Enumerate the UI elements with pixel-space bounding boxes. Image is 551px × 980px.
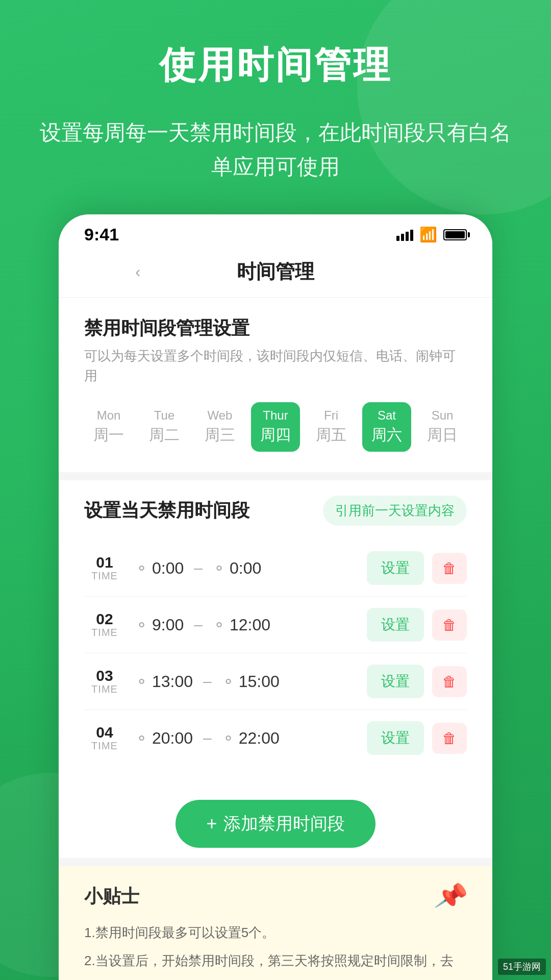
clock-icon-1b: ⚬ bbox=[213, 559, 226, 577]
battery-icon bbox=[443, 229, 467, 240]
tips-section: 小贴士 📌 1.禁用时间段最多可以设置5个。 2.当设置后，开始禁用时间段，第三… bbox=[59, 866, 492, 980]
phone-mockup: 9:41 📶 ‹ bbox=[59, 214, 492, 980]
clock-icon-4b: ⚬ bbox=[222, 729, 235, 747]
signal-icon bbox=[396, 229, 413, 241]
day-wed-chn: 周三 bbox=[205, 425, 235, 446]
set-button-3[interactable]: 设置 bbox=[367, 665, 424, 698]
time-start-1: 0:00 bbox=[152, 559, 184, 578]
time-row-1: 01 TIME ⚬ 0:00 – ⚬ 0:00 设置 🗑 bbox=[84, 540, 467, 597]
hero-desc: 设置每周每一天禁用时间段，在此时间段只有白名单应用可使用 bbox=[31, 115, 520, 184]
day-fri[interactable]: Fri 周五 bbox=[307, 402, 356, 452]
time-num-3: 03 TIME bbox=[84, 668, 125, 695]
time-num-4: 04 TIME bbox=[84, 725, 125, 752]
day-thu-eng: Thur bbox=[263, 408, 288, 423]
add-button-wrap: + 添加禁用时间段 bbox=[59, 781, 492, 858]
tips-text2: 2.当设置后，开始禁用时间段，第三天将按照规定时间限制，去 bbox=[84, 949, 467, 972]
delete-button-2[interactable]: 🗑 bbox=[432, 609, 467, 641]
day-sat[interactable]: Sat 周六 bbox=[362, 402, 411, 452]
day-wed-eng: Web bbox=[208, 408, 233, 423]
section1-desc: 可以为每天设置多个时间段，该时间段内仅短信、电话、闹钟可用 bbox=[84, 346, 467, 386]
add-time-button[interactable]: + 添加禁用时间段 bbox=[176, 800, 375, 848]
pin-icon: 📌 bbox=[433, 879, 469, 914]
clock-icon-4a: ⚬ bbox=[135, 729, 148, 747]
time-row-3: 03 TIME ⚬ 13:00 – ⚬ 15:00 设置 🗑 bbox=[84, 653, 467, 710]
delete-button-4[interactable]: 🗑 bbox=[432, 723, 467, 754]
ban-period-section: 禁用时间段管理设置 可以为每天设置多个时间段，该时间段内仅短信、电话、闹钟可用 … bbox=[59, 298, 492, 472]
watermark-label: 51手游网 bbox=[498, 959, 546, 975]
day-selector: Mon 周一 Tue 周二 Web 周三 Thur bbox=[84, 402, 467, 452]
add-btn-label: 添加禁用时间段 bbox=[223, 812, 345, 836]
clock-icon-3b: ⚬ bbox=[222, 673, 235, 691]
phone-wrapper: 9:41 📶 ‹ bbox=[31, 214, 520, 980]
content-area: 禁用时间段管理设置 可以为每天设置多个时间段，该时间段内仅短信、电话、闹钟可用 … bbox=[59, 298, 492, 980]
set-button-4[interactable]: 设置 bbox=[367, 721, 424, 755]
day-tue-eng: Tue bbox=[154, 408, 174, 423]
time-section-title: 设置当天禁用时间段 bbox=[84, 498, 249, 523]
day-thu-chn: 周四 bbox=[260, 425, 291, 446]
day-mon-chn: 周一 bbox=[93, 425, 124, 446]
time-start-4: 20:00 bbox=[152, 729, 193, 748]
clock-icon-1a: ⚬ bbox=[135, 559, 148, 577]
day-fri-chn: 周五 bbox=[316, 425, 346, 446]
time-num-2: 02 TIME bbox=[84, 611, 125, 639]
plus-icon: + bbox=[206, 813, 217, 835]
day-sun[interactable]: Sun 周日 bbox=[418, 402, 467, 452]
tips-header: 小贴士 📌 bbox=[84, 881, 467, 911]
wifi-icon: 📶 bbox=[419, 226, 437, 243]
day-sun-chn: 周日 bbox=[427, 425, 458, 446]
delete-button-1[interactable]: 🗑 bbox=[432, 553, 467, 584]
day-fri-eng: Fri bbox=[324, 408, 338, 423]
status-icons: 📶 bbox=[396, 226, 467, 243]
section1-title: 禁用时间段管理设置 bbox=[84, 316, 467, 341]
back-button[interactable]: ‹ bbox=[135, 262, 141, 281]
hero-title: 使用时间管理 bbox=[31, 41, 520, 90]
day-tue-chn: 周二 bbox=[149, 425, 180, 446]
time-end-2: 12:00 bbox=[230, 616, 270, 634]
tips-text1: 1.禁用时间段最多可以设置5个。 bbox=[84, 921, 467, 944]
time-start-2: 9:00 bbox=[152, 616, 184, 634]
day-tue[interactable]: Tue 周二 bbox=[140, 402, 189, 452]
nav-title: 时间管理 bbox=[237, 259, 314, 285]
day-sun-eng: Sun bbox=[432, 408, 454, 423]
day-mon[interactable]: Mon 周一 bbox=[84, 402, 133, 452]
time-end-4: 22:00 bbox=[239, 729, 280, 748]
time-start-3: 13:00 bbox=[152, 672, 193, 691]
tips-title: 小贴士 bbox=[84, 884, 139, 909]
clock-icon-2b: ⚬ bbox=[213, 616, 226, 634]
ref-button[interactable]: 引用前一天设置内容 bbox=[323, 496, 467, 526]
time-end-1: 0:00 bbox=[230, 559, 261, 578]
status-time: 9:41 bbox=[84, 225, 119, 244]
time-end-3: 15:00 bbox=[239, 672, 280, 691]
time-num-1: 01 TIME bbox=[84, 555, 125, 582]
day-wed[interactable]: Web 周三 bbox=[195, 402, 244, 452]
time-settings-section: 设置当天禁用时间段 引用前一天设置内容 01 TIME ⚬ 0:00 – ⚬ 0 bbox=[59, 480, 492, 781]
back-arrow-icon: ‹ bbox=[135, 262, 141, 281]
day-sat-chn: 周六 bbox=[371, 425, 402, 446]
set-button-1[interactable]: 设置 bbox=[367, 551, 424, 585]
clock-icon-3a: ⚬ bbox=[135, 673, 148, 691]
time-row-2: 02 TIME ⚬ 9:00 – ⚬ 12:00 设置 🗑 bbox=[84, 597, 467, 653]
top-section: 使用时间管理 设置每周每一天禁用时间段，在此时间段只有白名单应用可使用 9:41… bbox=[0, 0, 551, 980]
time-row-4: 04 TIME ⚬ 20:00 – ⚬ 22:00 设置 🗑 bbox=[84, 710, 467, 766]
day-mon-eng: Mon bbox=[97, 408, 121, 423]
status-bar: 9:41 📶 bbox=[59, 214, 492, 250]
day-thu[interactable]: Thur 周四 bbox=[251, 402, 300, 452]
day-sat-eng: Sat bbox=[378, 408, 396, 423]
set-button-2[interactable]: 设置 bbox=[367, 608, 424, 642]
time-section-header: 设置当天禁用时间段 引用前一天设置内容 bbox=[84, 496, 467, 526]
delete-button-3[interactable]: 🗑 bbox=[432, 666, 467, 697]
clock-icon-2a: ⚬ bbox=[135, 616, 148, 634]
nav-bar: ‹ 时间管理 bbox=[59, 250, 492, 298]
